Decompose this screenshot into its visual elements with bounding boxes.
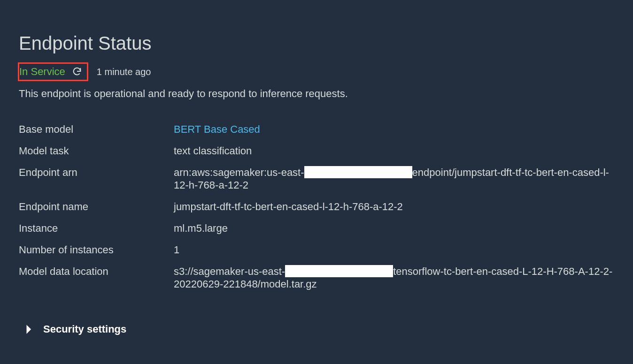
instance-value: ml.m5.large bbox=[174, 222, 614, 235]
model-task-value: text classification bbox=[174, 145, 614, 157]
endpoint-name-label: Endpoint name bbox=[19, 201, 169, 213]
base-model-link[interactable]: BERT Base Cased bbox=[174, 123, 614, 136]
num-instances-label: Number of instances bbox=[19, 244, 169, 256]
endpoint-arn-prefix: arn:aws:sagemaker:us-east- bbox=[174, 167, 304, 178]
model-data-label: Model data location bbox=[19, 265, 169, 290]
page-title: Endpoint Status bbox=[19, 33, 614, 54]
endpoint-status-panel: Endpoint Status In Service 1 minute ago … bbox=[0, 0, 633, 354]
model-data-value: s3://sagemaker-us-east-tensorflow-tc-ber… bbox=[174, 265, 614, 290]
status-timestamp: 1 minute ago bbox=[97, 67, 151, 77]
security-settings-toggle[interactable]: Security settings bbox=[19, 323, 614, 335]
status-badge: In Service bbox=[19, 66, 65, 78]
redacted-block bbox=[285, 265, 393, 277]
endpoint-arn-label: Endpoint arn bbox=[19, 167, 169, 191]
status-description: This endpoint is operational and ready t… bbox=[19, 88, 614, 100]
model-task-label: Model task bbox=[19, 145, 169, 157]
instance-label: Instance bbox=[19, 222, 169, 235]
endpoint-name-value: jumpstart-dft-tf-tc-bert-en-cased-l-12-h… bbox=[174, 201, 614, 213]
redacted-block bbox=[304, 166, 412, 178]
model-data-prefix: s3://sagemaker-us-east- bbox=[174, 265, 285, 277]
endpoint-arn-value: arn:aws:sagemaker:us-east-endpoint/jumps… bbox=[174, 167, 614, 191]
chevron-right-icon bbox=[25, 324, 33, 334]
details-grid: Base model BERT Base Cased Model task te… bbox=[19, 123, 614, 290]
refresh-icon[interactable] bbox=[72, 67, 82, 77]
status-row: In Service 1 minute ago bbox=[19, 62, 614, 81]
base-model-label: Base model bbox=[19, 123, 169, 136]
status-highlight-box: In Service bbox=[18, 62, 88, 81]
num-instances-value: 1 bbox=[174, 244, 614, 256]
security-settings-label: Security settings bbox=[43, 323, 126, 335]
